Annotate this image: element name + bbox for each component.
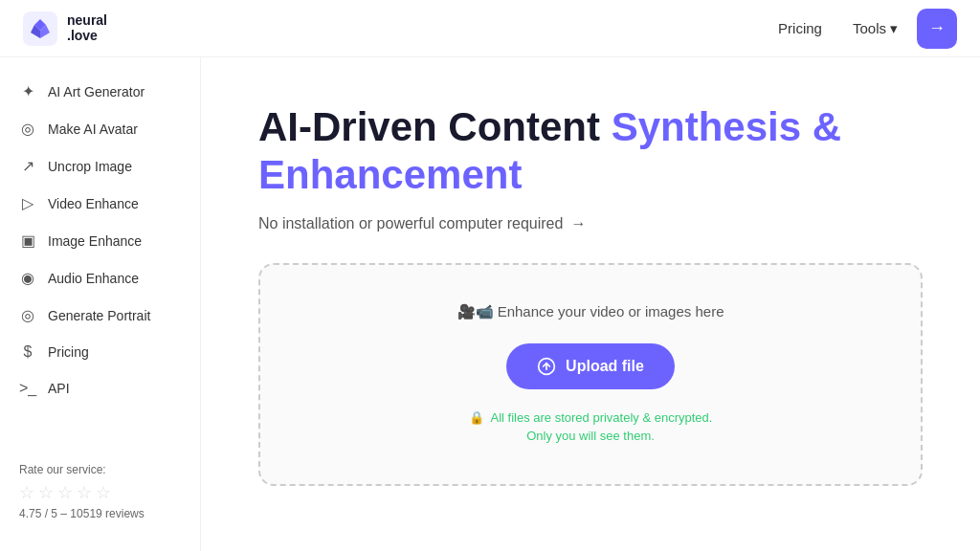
sidebar-item-audio-enhance[interactable]: ◉ Audio Enhance bbox=[0, 259, 200, 297]
tools-nav-button[interactable]: Tools ▾ bbox=[841, 12, 909, 45]
star-3[interactable]: ☆ bbox=[57, 482, 73, 503]
image-icon: ▣ bbox=[19, 231, 36, 250]
sidebar-item-image-enhance[interactable]: ▣ Image Enhance bbox=[0, 222, 200, 259]
avatar-icon: ◎ bbox=[19, 120, 36, 138]
pricing-nav-button[interactable]: Pricing bbox=[767, 12, 834, 44]
sidebar-item-make-ai-avatar[interactable]: ◎ Make AI Avatar bbox=[0, 110, 200, 147]
upload-area: 🎥📹 Enhance your video or images here Upl… bbox=[258, 263, 923, 486]
hero-title-highlight: Synthesis & bbox=[612, 104, 841, 149]
hero-title-part1: AI-Driven Content bbox=[258, 104, 612, 149]
sidebar-item-video-enhance[interactable]: ▷ Video Enhance bbox=[0, 185, 200, 222]
header-nav: Pricing Tools ▾ → bbox=[767, 9, 957, 49]
privacy-note: 🔒 All files are stored privately & encry… bbox=[283, 408, 898, 446]
rate-label: Rate our service: bbox=[19, 463, 181, 476]
star-2[interactable]: ☆ bbox=[38, 482, 54, 503]
sidebar-label-audio: Audio Enhance bbox=[48, 271, 139, 286]
tools-label: Tools bbox=[853, 20, 886, 36]
sidebar-label-portrait: Generate Portrait bbox=[48, 308, 150, 323]
sidebar-item-uncrop-image[interactable]: ↗ Uncrop Image bbox=[0, 147, 200, 185]
pricing-icon: $ bbox=[19, 343, 36, 361]
stars-container: ☆ ☆ ☆ ☆ ☆ bbox=[19, 482, 181, 503]
star-1[interactable]: ☆ bbox=[19, 482, 34, 503]
sidebar-bottom: Rate our service: ☆ ☆ ☆ ☆ ☆ 4.75 / 5 – 1… bbox=[0, 448, 200, 536]
privacy-line1: All files are stored privately & encrypt… bbox=[490, 410, 712, 425]
sidebar-label-avatar: Make AI Avatar bbox=[48, 121, 138, 137]
logo-icon bbox=[23, 11, 57, 46]
sidebar-item-pricing[interactable]: $ Pricing bbox=[0, 334, 200, 370]
hero-title-part2: Enhancement bbox=[258, 152, 522, 197]
video-icon: ▷ bbox=[19, 194, 36, 212]
api-icon: >_ bbox=[19, 380, 36, 397]
upload-button-label: Upload file bbox=[566, 358, 644, 375]
ai-art-icon: ✦ bbox=[19, 82, 36, 100]
upload-hint-text: Enhance your video or images here bbox=[498, 303, 724, 320]
upload-button[interactable]: Upload file bbox=[506, 343, 675, 389]
cta-button[interactable]: → bbox=[917, 9, 957, 49]
privacy-line2: Only you will see them. bbox=[526, 429, 655, 443]
sidebar-item-api[interactable]: >_ API bbox=[0, 370, 200, 407]
subtitle-arrow: → bbox=[570, 215, 586, 232]
subtitle-text: No installation or powerful computer req… bbox=[258, 215, 563, 232]
logo-name: neural bbox=[67, 13, 107, 28]
main-content: AI-Driven Content Synthesis & Enhancemen… bbox=[201, 57, 980, 551]
logo-text: neural .love bbox=[67, 13, 107, 43]
upload-hint: 🎥📹 Enhance your video or images here bbox=[283, 303, 898, 320]
audio-icon: ◉ bbox=[19, 269, 36, 287]
arrow-right-icon: → bbox=[928, 18, 946, 38]
sidebar-label-video: Video Enhance bbox=[48, 196, 139, 211]
hero-subtitle: No installation or powerful computer req… bbox=[258, 215, 923, 232]
upload-icon bbox=[537, 357, 556, 376]
sidebar: ✦ AI Art Generator ◎ Make AI Avatar ↗ Un… bbox=[0, 57, 201, 551]
star-4[interactable]: ☆ bbox=[77, 482, 92, 503]
logo-sub: .love bbox=[67, 29, 107, 43]
uncrop-icon: ↗ bbox=[19, 157, 36, 175]
sidebar-label-ai-art: AI Art Generator bbox=[48, 84, 145, 99]
upload-emoji: 🎥📹 bbox=[457, 303, 494, 320]
sidebar-item-ai-art-generator[interactable]: ✦ AI Art Generator bbox=[0, 73, 200, 110]
sidebar-label-uncrop: Uncrop Image bbox=[48, 159, 132, 174]
hero-title: AI-Driven Content Synthesis & Enhancemen… bbox=[258, 103, 923, 200]
portrait-icon: ◎ bbox=[19, 306, 36, 324]
sidebar-item-generate-portrait[interactable]: ◎ Generate Portrait bbox=[0, 297, 200, 334]
header: neural .love Pricing Tools ▾ → bbox=[0, 0, 980, 57]
review-text: 4.75 / 5 – 10519 reviews bbox=[19, 507, 181, 520]
sidebar-label-api: API bbox=[48, 381, 70, 396]
logo[interactable]: neural .love bbox=[23, 11, 107, 46]
layout: ✦ AI Art Generator ◎ Make AI Avatar ↗ Un… bbox=[0, 57, 980, 551]
chevron-down-icon: ▾ bbox=[890, 20, 898, 37]
sidebar-label-image: Image Enhance bbox=[48, 233, 142, 249]
sidebar-label-pricing: Pricing bbox=[48, 344, 89, 360]
lock-icon: 🔒 bbox=[469, 410, 484, 425]
star-5[interactable]: ☆ bbox=[96, 482, 111, 503]
